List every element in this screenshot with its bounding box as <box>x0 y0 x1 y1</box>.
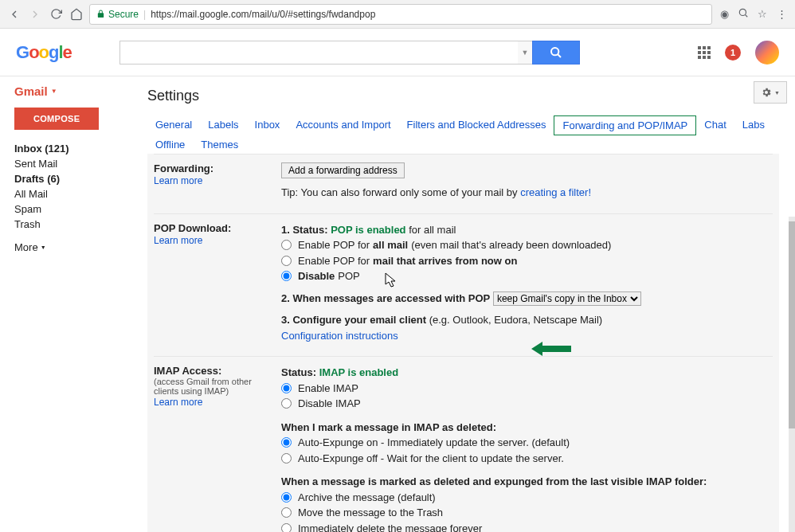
search-box: ▼ <box>119 41 580 65</box>
compose-button[interactable]: COMPOSE <box>14 108 99 130</box>
eye-icon[interactable]: ◉ <box>717 8 731 20</box>
svg-point-0 <box>739 9 746 15</box>
pop-radio-disable[interactable] <box>281 271 292 281</box>
search-input[interactable] <box>119 41 518 65</box>
add-forwarding-button[interactable]: Add a forwarding address <box>281 162 405 178</box>
back-button[interactable] <box>6 6 22 22</box>
pop-config-link[interactable]: Configuration instructions <box>281 330 398 342</box>
imap-subtitle: (access Gmail from other clients using I… <box>154 377 270 396</box>
cursor-icon <box>385 272 398 292</box>
imap-status: IMAP is enabled <box>319 366 398 378</box>
svg-line-1 <box>745 14 747 17</box>
imap-radio-disable[interactable] <box>281 398 292 409</box>
page-title: Settings <box>147 88 779 104</box>
sidebar-nav: Inbox (121) Sent Mail Drafts (6) All Mai… <box>14 141 131 232</box>
forwarding-learn-more[interactable]: Learn more <box>154 175 202 186</box>
forwarding-title: Forwarding: <box>154 162 270 174</box>
pop-title: POP Download: <box>154 222 270 234</box>
tab-filters[interactable]: Filters and Blocked Addresses <box>399 115 554 135</box>
url-text: https://mail.google.com/mail/u/0/#settin… <box>151 9 375 20</box>
sidebar-item-sent[interactable]: Sent Mail <box>14 156 131 171</box>
lock-icon: Secure <box>96 9 139 20</box>
pop-status: POP is enabled <box>331 224 405 236</box>
section-pop: POP Download: Learn more 1. Status: POP … <box>154 213 773 357</box>
apps-icon[interactable] <box>698 46 711 59</box>
search-button[interactable] <box>532 41 580 65</box>
imap-expunge-heading: When a message is marked as deleted and … <box>281 474 773 490</box>
main-content: Settings ▼ General Labels Inbox Accounts… <box>131 76 795 532</box>
address-bar[interactable]: Secure | https://mail.google.com/mail/u/… <box>89 4 712 25</box>
reload-button[interactable] <box>48 6 64 22</box>
pop-radio-all[interactable] <box>281 240 292 250</box>
imap-expunge-off[interactable] <box>281 453 292 464</box>
annotation-arrow-icon <box>531 340 571 360</box>
settings-tabs: General Labels Inbox Accounts and Import… <box>147 115 779 154</box>
section-imap: IMAP Access: (access Gmail from other cl… <box>154 356 773 532</box>
imap-title: IMAP Access: <box>154 365 270 377</box>
sidebar-more[interactable]: More▼ <box>14 241 131 253</box>
sidebar-item-drafts[interactable]: Drafts (6) <box>14 171 131 186</box>
create-filter-link[interactable]: creating a filter! <box>520 186 591 198</box>
notifications-badge[interactable]: 1 <box>725 45 741 61</box>
pop-learn-more[interactable]: Learn more <box>154 235 202 246</box>
tab-inbox[interactable]: Inbox <box>247 115 288 135</box>
tab-themes[interactable]: Themes <box>193 135 246 154</box>
home-button[interactable] <box>69 6 84 22</box>
imap-expunge-on[interactable] <box>281 437 292 448</box>
star-icon[interactable]: ☆ <box>755 8 770 20</box>
tab-forwarding-pop-imap[interactable]: Forwarding and POP/IMAP <box>554 115 696 135</box>
section-forwarding: Forwarding: Learn more Add a forwarding … <box>154 154 773 213</box>
pop-action-select[interactable]: keep Gmail's copy in the Inbox <box>493 291 641 306</box>
forward-button[interactable] <box>27 6 43 22</box>
tab-offline[interactable]: Offline <box>147 135 193 154</box>
tab-accounts[interactable]: Accounts and Import <box>288 115 398 135</box>
sidebar-item-spam[interactable]: Spam <box>14 201 131 217</box>
gmail-dropdown[interactable]: Gmail▼ <box>14 84 131 98</box>
google-logo[interactable]: Google <box>16 42 72 63</box>
imap-exp-trash[interactable] <box>281 507 292 518</box>
sidebar: Gmail▼ COMPOSE Inbox (121) Sent Mail Dra… <box>0 76 131 532</box>
sidebar-item-allmail[interactable]: All Mail <box>14 186 131 201</box>
imap-exp-delete[interactable] <box>281 523 292 532</box>
imap-learn-more[interactable]: Learn more <box>154 397 202 408</box>
zoom-icon[interactable] <box>736 7 750 21</box>
settings-gear-button[interactable]: ▼ <box>754 81 787 104</box>
browser-toolbar: Secure | https://mail.google.com/mail/u/… <box>0 0 795 29</box>
imap-deleted-heading: When I mark a message in IMAP as deleted… <box>281 420 773 436</box>
sidebar-item-inbox[interactable]: Inbox (121) <box>14 141 131 156</box>
google-header: Google ▼ 1 <box>0 29 795 76</box>
imap-exp-archive[interactable] <box>281 492 292 503</box>
search-dropdown[interactable]: ▼ <box>518 41 532 65</box>
svg-point-2 <box>551 48 558 55</box>
svg-marker-4 <box>531 342 571 356</box>
imap-radio-enable[interactable] <box>281 383 292 393</box>
avatar[interactable] <box>755 41 779 65</box>
sidebar-item-trash[interactable]: Trash <box>14 217 131 232</box>
menu-icon[interactable]: ⋮ <box>774 8 789 20</box>
scrollbar[interactable] <box>789 217 795 532</box>
secure-label: Secure <box>108 9 139 20</box>
svg-line-3 <box>558 54 561 57</box>
tab-labs[interactable]: Labs <box>734 115 773 135</box>
forwarding-tip: Tip: You can also forward only some of y… <box>281 186 520 198</box>
tab-chat[interactable]: Chat <box>696 115 734 135</box>
tab-general[interactable]: General <box>147 115 200 135</box>
tab-labels[interactable]: Labels <box>200 115 246 135</box>
pop-radio-new[interactable] <box>281 256 292 266</box>
